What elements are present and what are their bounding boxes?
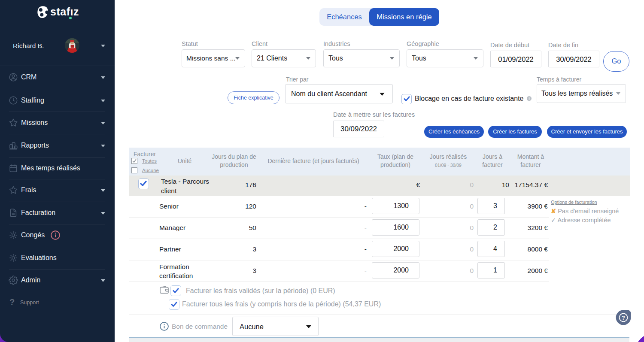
svg-text:?: ? <box>622 315 625 321</box>
